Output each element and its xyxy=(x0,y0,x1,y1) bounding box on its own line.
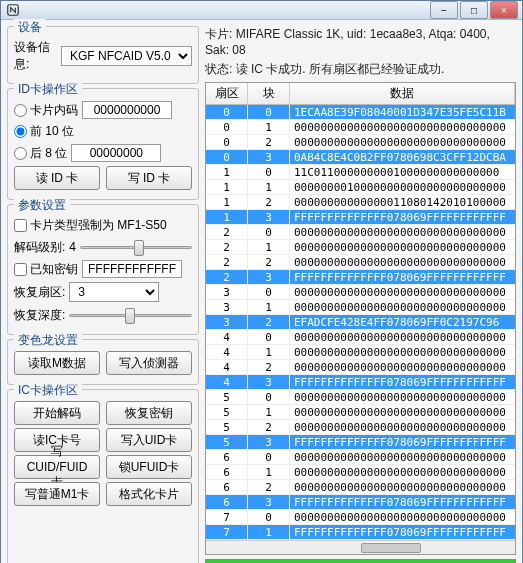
ic-ops-group: IC卡操作区 开始解码 恢复密钥 读IC卡号 写入UID卡 写CUID/FUID… xyxy=(7,389,199,563)
col-sector: 扇区 xyxy=(206,83,248,104)
id-ops-title: ID卡操作区 xyxy=(14,81,82,98)
nfc-icon xyxy=(5,2,21,18)
recover-key-button[interactable]: 恢复密钥 xyxy=(106,401,192,425)
table-row[interactable]: 13FFFFFFFFFFFFFF078069FFFFFFFFFFFF xyxy=(206,210,515,225)
format-card-button[interactable]: 格式化卡片 xyxy=(106,482,192,506)
state-status: 状态: 读 IC 卡成功. 所有扇区都已经验证成功. xyxy=(205,61,516,78)
recover-depth-label: 恢复深度: xyxy=(14,307,65,324)
device-group: 设备 设备信息: KGF NFCAID V5.0 xyxy=(7,26,199,84)
recover-sector-label: 恢复扇区: xyxy=(14,284,65,301)
table-row[interactable]: 3100000000000000000000000000000000 xyxy=(206,300,515,315)
decode-level-label: 解码级别: xyxy=(14,239,65,256)
write-cuid-button[interactable]: 写CUID/FUID卡 xyxy=(14,455,100,479)
data-table: 扇区 块 数据 001ECAA8E39F08040001D347E35FE5C1… xyxy=(205,82,516,555)
table-row[interactable]: 1200000000000000011080142010100000 xyxy=(206,195,515,210)
h-scrollbar[interactable] xyxy=(206,540,515,554)
table-row[interactable]: 63FFFFFFFFFFFFFF078069FFFFFFFFFFFF xyxy=(206,495,515,510)
table-row[interactable]: 6200000000000000000000000000000000 xyxy=(206,480,515,495)
device-info-label: 设备信息: xyxy=(14,39,57,73)
write-detector-button[interactable]: 写入侦测器 xyxy=(106,351,192,375)
table-row[interactable]: 0200000000000000000000000000000000 xyxy=(206,135,515,150)
recover-sector-select[interactable]: 3 xyxy=(69,282,159,302)
card-info-status: 卡片: MIFARE Classic 1K, uid: 1ecaa8e3, At… xyxy=(205,26,516,57)
ic-ops-title: IC卡操作区 xyxy=(14,382,82,399)
table-row[interactable]: 1100000000100000000000000000000000 xyxy=(206,180,515,195)
table-row[interactable]: 1011C0110000000001000000000000000 xyxy=(206,165,515,180)
col-data: 数据 xyxy=(290,83,515,104)
decode-level-slider[interactable] xyxy=(80,238,192,256)
start-decode-button[interactable]: 开始解码 xyxy=(14,401,100,425)
col-block: 块 xyxy=(248,83,290,104)
back8-input[interactable] xyxy=(71,144,161,162)
table-row[interactable]: 6000000000000000000000000000000000 xyxy=(206,450,515,465)
write-id-button[interactable]: 写 ID 卡 xyxy=(106,166,192,190)
table-row[interactable]: 23FFFFFFFFFFFFFF078069FFFFFFFFFFFF xyxy=(206,270,515,285)
table-row[interactable]: 5200000000000000000000000000000000 xyxy=(206,420,515,435)
table-row[interactable]: 32EFADCFE428E4FF078069FF0C2197C96 xyxy=(206,315,515,330)
chameleon-group: 变色龙设置 读取M数据 写入侦测器 xyxy=(7,339,199,385)
table-row[interactable]: 53FFFFFFFFFFFFFF078069FFFFFFFFFFFF xyxy=(206,435,515,450)
progress-bar xyxy=(205,559,516,563)
chameleon-title: 变色龙设置 xyxy=(14,332,82,349)
read-id-button[interactable]: 读 ID 卡 xyxy=(14,166,100,190)
known-key-checkbox[interactable]: 已知密钥 xyxy=(14,261,78,278)
id-ops-group: ID卡操作区 卡片内码 前 10 位 后 8 位 读 ID 卡 写 ID 卡 xyxy=(7,88,199,200)
lock-ufuid-button[interactable]: 锁UFUID卡 xyxy=(106,455,192,479)
device-group-title: 设备 xyxy=(14,19,46,36)
table-row[interactable]: 43FFFFFFFFFFFFFF078069FFFFFFFFFFFF xyxy=(206,375,515,390)
table-row[interactable]: 001ECAA8E39F08040001D347E35FE5C11B xyxy=(206,105,515,120)
front10-radio[interactable]: 前 10 位 xyxy=(14,123,74,140)
device-info-select[interactable]: KGF NFCAID V5.0 xyxy=(61,46,192,66)
force-type-checkbox[interactable]: 卡片类型强制为 MF1-S50 xyxy=(14,217,167,234)
table-row[interactable]: 3000000000000000000000000000000000 xyxy=(206,285,515,300)
read-m-data-button[interactable]: 读取M数据 xyxy=(14,351,100,375)
params-group: 参数设置 卡片类型强制为 MF1-S50 解码级别: 4 已知密钥 恢复扇区: xyxy=(7,204,199,335)
write-uid-button[interactable]: 写入UID卡 xyxy=(106,428,192,452)
app-window: − □ × 设备 设备信息: KGF NFCAID V5.0 ID卡操作区 卡片… xyxy=(0,0,523,563)
table-body[interactable]: 001ECAA8E39F08040001D347E35FE5C11B010000… xyxy=(206,105,515,540)
table-row[interactable]: 4200000000000000000000000000000000 xyxy=(206,360,515,375)
card-num-radio[interactable]: 卡片内码 xyxy=(14,102,78,119)
table-row[interactable]: 71FFFFFFFFFFFFFF078069FFFFFFFFFFFF xyxy=(206,525,515,540)
table-row[interactable]: 030AB4C8E4C0B2FF0780698C3CFF12DCBA xyxy=(206,150,515,165)
table-row[interactable]: 0100000000000000000000000000000000 xyxy=(206,120,515,135)
back8-radio[interactable]: 后 8 位 xyxy=(14,145,67,162)
minimize-button[interactable]: − xyxy=(430,1,458,19)
params-title: 参数设置 xyxy=(14,197,70,214)
titlebar: − □ × xyxy=(1,1,522,20)
table-row[interactable]: 6100000000000000000000000000000000 xyxy=(206,465,515,480)
recover-depth-slider[interactable] xyxy=(69,306,192,324)
table-row[interactable]: 7000000000000000000000000000000000 xyxy=(206,510,515,525)
table-row[interactable]: 4000000000000000000000000000000000 xyxy=(206,330,515,345)
table-row[interactable]: 5000000000000000000000000000000000 xyxy=(206,390,515,405)
known-key-input[interactable] xyxy=(82,260,182,278)
table-row[interactable]: 2100000000000000000000000000000000 xyxy=(206,240,515,255)
table-row[interactable]: 2200000000000000000000000000000000 xyxy=(206,255,515,270)
table-row[interactable]: 4100000000000000000000000000000000 xyxy=(206,345,515,360)
decode-level-value: 4 xyxy=(69,240,76,254)
card-num-input[interactable] xyxy=(82,101,172,119)
maximize-button[interactable]: □ xyxy=(460,1,488,19)
table-row[interactable]: 5100000000000000000000000000000000 xyxy=(206,405,515,420)
close-button[interactable]: × xyxy=(490,1,518,19)
table-row[interactable]: 2000000000000000000000000000000000 xyxy=(206,225,515,240)
write-m1-button[interactable]: 写普通M1卡 xyxy=(14,482,100,506)
